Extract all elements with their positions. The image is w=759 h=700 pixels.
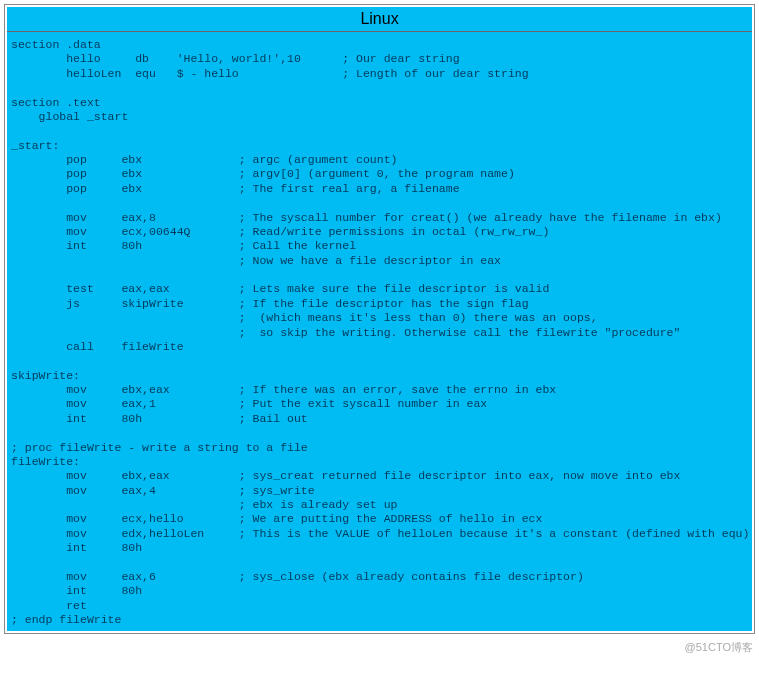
- code-header: Linux: [7, 7, 752, 32]
- watermark: @51CTO博客: [0, 638, 759, 657]
- header-title: Linux: [360, 10, 398, 27]
- code-block: section .data hello db 'Hello, world!',1…: [7, 32, 752, 631]
- frame: Linux section .data hello db 'Hello, wor…: [4, 4, 755, 634]
